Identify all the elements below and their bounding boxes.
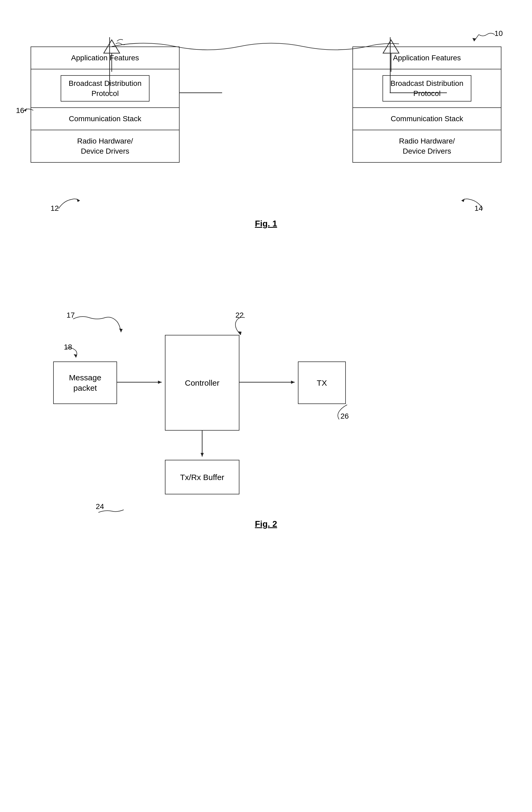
app-features-right-text: Application Features bbox=[393, 54, 461, 62]
right-antenna-stem-ext bbox=[390, 37, 391, 93]
ref-26-arrow bbox=[331, 404, 355, 422]
fig1-caption: Fig. 1 bbox=[255, 219, 277, 229]
comm-stack-left-layer: Communication Stack bbox=[31, 108, 179, 130]
controller-text: Controller bbox=[185, 378, 220, 388]
app-features-right-layer: Application Features bbox=[353, 47, 501, 69]
diagram-container: 10 Application Feat bbox=[0, 0, 532, 812]
fig1-area: 10 Application Feat bbox=[0, 16, 532, 234]
ref-18-arrow bbox=[64, 347, 85, 363]
app-features-left-text: Application Features bbox=[71, 54, 139, 62]
comm-stack-right-layer: Communication Stack bbox=[353, 108, 501, 130]
fig2-area: Messagepacket Controller TX Tx/Rx Buffer bbox=[0, 295, 532, 534]
tx-box: TX bbox=[298, 362, 346, 404]
arrow-ctrl-to-buffer bbox=[200, 431, 204, 461]
radio-right-layer: Radio Hardware/Device Drivers bbox=[353, 130, 501, 162]
ref-14-arrow bbox=[453, 195, 486, 210]
device-box-right: Application Features Broadcast Distribut… bbox=[352, 46, 501, 163]
right-h-line bbox=[390, 92, 447, 93]
radio-left-layer: Radio Hardware/Device Drivers bbox=[31, 130, 179, 162]
left-h-line bbox=[180, 92, 222, 93]
bdp-left-inner: Broadcast DistributionProtocol bbox=[61, 75, 150, 102]
svg-marker-18 bbox=[200, 453, 204, 456]
ref-17-arrow bbox=[70, 314, 124, 340]
ref-16-arrow bbox=[20, 105, 36, 116]
bdp-right-layer: Broadcast DistributionProtocol bbox=[353, 69, 501, 108]
svg-marker-14 bbox=[158, 381, 162, 384]
svg-marker-1 bbox=[473, 38, 476, 41]
txrx-buffer-text: Tx/Rx Buffer bbox=[180, 472, 224, 482]
message-packet-box: Messagepacket bbox=[53, 362, 117, 404]
bdp-left-layer: Broadcast DistributionProtocol bbox=[31, 69, 179, 108]
fig2-caption: Fig. 2 bbox=[255, 519, 277, 529]
svg-marker-19 bbox=[119, 329, 123, 332]
arrow-ctrl-to-tx bbox=[239, 381, 299, 384]
svg-marker-16 bbox=[291, 381, 295, 384]
txrx-buffer-box: Tx/Rx Buffer bbox=[165, 460, 239, 494]
ref-24-arrow bbox=[97, 502, 126, 515]
ref-10-arrow bbox=[468, 31, 500, 46]
tx-text: TX bbox=[317, 378, 327, 388]
bdp-right-inner: Broadcast DistributionProtocol bbox=[382, 75, 471, 102]
app-features-left-layer: Application Features bbox=[31, 47, 179, 69]
ref-12-arrow bbox=[56, 195, 88, 210]
controller-box: Controller bbox=[165, 335, 239, 431]
device-box-left: Application Features Broadcast Distribut… bbox=[31, 46, 180, 163]
arrow-msg-to-ctrl bbox=[117, 381, 166, 384]
left-antenna-stem-ext bbox=[109, 37, 110, 93]
ref-22-arrow bbox=[232, 315, 253, 336]
comm-stack-left-text: Communication Stack bbox=[69, 115, 141, 123]
message-packet-text: Messagepacket bbox=[69, 372, 101, 393]
comm-stack-right-text: Communication Stack bbox=[391, 115, 463, 123]
svg-marker-21 bbox=[238, 331, 241, 335]
